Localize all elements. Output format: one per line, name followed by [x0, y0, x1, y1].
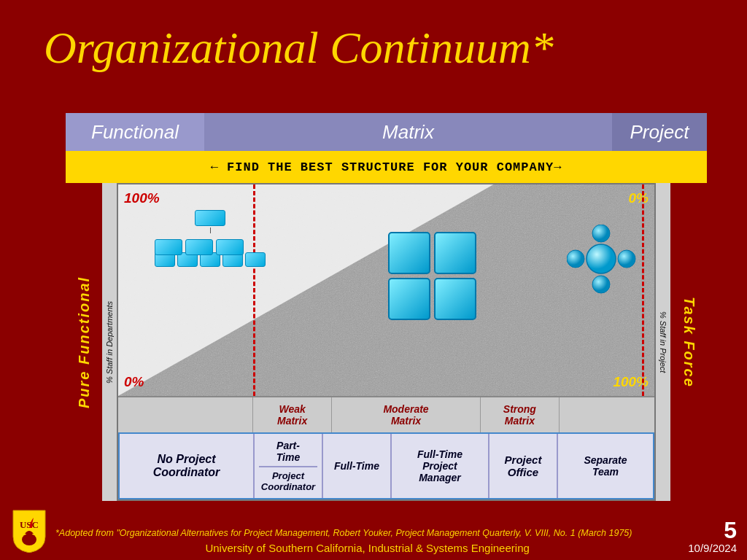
- pct-100-left: 100%: [124, 190, 160, 206]
- left-labels: Pure Functional % Staff in Departments: [66, 183, 117, 501]
- diagram-body: 100% 0% 0% 100%: [118, 184, 654, 396]
- usc-logo: USC: [10, 508, 48, 553]
- footer-university: University of Southern California, Indus…: [55, 542, 679, 554]
- strong-matrix-label: Strong Matrix: [481, 397, 560, 432]
- empty-cell-1: [118, 397, 253, 432]
- slide-title: Organizational Continuum*: [44, 22, 554, 74]
- footer: USC *Adopted from "Organizational Altern…: [0, 481, 747, 560]
- pct-0-left: 0%: [124, 374, 144, 390]
- svg-point-4: [592, 276, 610, 293]
- arrow-banner-text: ← FIND THE BEST STRUCTURE FOR YOUR COMPA…: [211, 160, 562, 174]
- header-functional: Functional: [66, 113, 204, 151]
- svg-point-2: [592, 225, 610, 242]
- pure-functional-label: Pure Functional: [66, 183, 102, 501]
- header-row: Functional Matrix Project: [66, 113, 707, 151]
- task-force-icon: [567, 225, 636, 297]
- weak-matrix-label: Weak Matrix: [253, 397, 332, 432]
- footer-right: 5 10/9/2024: [688, 518, 737, 554]
- right-labels: % Staff in Project Task Force: [656, 183, 707, 501]
- svg-point-1: [587, 244, 616, 273]
- matrix-labels-row: Weak Matrix Moderate Matrix Strong Matri…: [118, 396, 654, 432]
- staff-project-label: % Staff in Project: [656, 183, 670, 501]
- dashed-line-2: [642, 184, 644, 396]
- full-diagram: 100% 0% 0% 100%: [117, 183, 656, 501]
- org-chart: [155, 210, 266, 267]
- svg-point-5: [567, 250, 584, 268]
- page-date: 10/9/2024: [688, 542, 737, 554]
- matrix-icon: [388, 232, 476, 320]
- slide-container: Organizational Continuum* Functional Mat…: [0, 0, 747, 560]
- header-matrix: Matrix: [204, 113, 612, 151]
- svg-point-3: [618, 250, 635, 268]
- empty-cell-2: [560, 397, 654, 432]
- header-project: Project: [612, 113, 707, 151]
- footer-citation: *Adopted from "Organizational Alternativ…: [55, 528, 679, 538]
- staff-dept-label: % Staff in Departments: [102, 183, 117, 501]
- moderate-matrix-label: Moderate Matrix: [332, 397, 481, 432]
- pct-0-right: 0%: [629, 190, 649, 206]
- svg-rect-8: [26, 534, 32, 540]
- diagram-wrapper: Pure Functional % Staff in Departments %…: [117, 183, 656, 501]
- footer-text: *Adopted from "Organizational Alternativ…: [55, 528, 679, 554]
- task-force-label: Task Force: [670, 183, 707, 501]
- svg-text:USC: USC: [20, 519, 39, 530]
- page-number: 5: [724, 518, 737, 542]
- main-content: Functional Matrix Project ← FIND THE BES…: [66, 113, 707, 476]
- arrow-banner: ← FIND THE BEST STRUCTURE FOR YOUR COMPA…: [66, 151, 707, 183]
